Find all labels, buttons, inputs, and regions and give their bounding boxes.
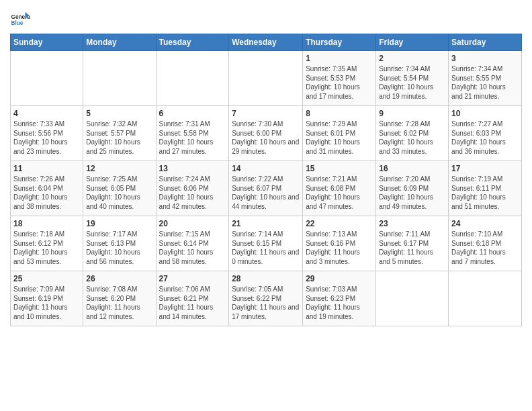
day-info: Sunrise: 7:20 AM Sunset: 6:09 PM Dayligh…: [379, 175, 445, 211]
day-info: Sunrise: 7:06 AM Sunset: 6:21 PM Dayligh…: [159, 285, 226, 321]
calendar-cell: [449, 271, 522, 326]
header: General Blue: [10, 7, 522, 30]
week-row-3: 18Sunrise: 7:18 AM Sunset: 6:12 PM Dayli…: [11, 216, 522, 271]
calendar-cell: [11, 51, 83, 106]
day-info: Sunrise: 7:15 AM Sunset: 6:14 PM Dayligh…: [159, 230, 226, 266]
day-number: 23: [379, 219, 445, 228]
calendar-cell: 28Sunrise: 7:05 AM Sunset: 6:22 PM Dayli…: [229, 271, 303, 326]
day-info: Sunrise: 7:10 AM Sunset: 6:18 PM Dayligh…: [451, 230, 519, 266]
weekday-header-tuesday: Tuesday: [156, 34, 229, 51]
day-number: 11: [13, 164, 80, 173]
calendar-table: SundayMondayTuesdayWednesdayThursdayFrid…: [10, 34, 522, 326]
weekday-header-saturday: Saturday: [449, 34, 522, 51]
day-number: 8: [306, 109, 373, 118]
calendar-cell: [376, 271, 449, 326]
day-number: 13: [159, 164, 226, 173]
day-info: Sunrise: 7:05 AM Sunset: 6:22 PM Dayligh…: [232, 285, 300, 321]
day-number: 7: [232, 109, 300, 118]
calendar-cell: 6Sunrise: 7:31 AM Sunset: 5:58 PM Daylig…: [156, 106, 229, 161]
day-info: Sunrise: 7:21 AM Sunset: 6:08 PM Dayligh…: [306, 175, 373, 211]
day-number: 17: [451, 164, 519, 173]
calendar-cell: 7Sunrise: 7:30 AM Sunset: 6:00 PM Daylig…: [229, 106, 303, 161]
day-info: Sunrise: 7:03 AM Sunset: 6:23 PM Dayligh…: [306, 285, 373, 321]
weekday-header-thursday: Thursday: [303, 34, 376, 51]
day-number: 18: [13, 219, 80, 228]
weekday-header-row: SundayMondayTuesdayWednesdayThursdayFrid…: [11, 34, 522, 51]
day-info: Sunrise: 7:09 AM Sunset: 6:19 PM Dayligh…: [13, 285, 80, 321]
calendar-cell: 2Sunrise: 7:34 AM Sunset: 5:54 PM Daylig…: [376, 51, 449, 106]
weekday-header-wednesday: Wednesday: [229, 34, 303, 51]
day-info: Sunrise: 7:34 AM Sunset: 5:54 PM Dayligh…: [379, 64, 445, 101]
logo-icon: General Blue: [10, 9, 30, 30]
day-info: Sunrise: 7:33 AM Sunset: 5:56 PM Dayligh…: [13, 120, 80, 156]
calendar-cell: 4Sunrise: 7:33 AM Sunset: 5:56 PM Daylig…: [11, 106, 83, 161]
day-number: 28: [232, 274, 300, 283]
calendar-cell: 1Sunrise: 7:35 AM Sunset: 5:53 PM Daylig…: [303, 51, 376, 106]
day-info: Sunrise: 7:11 AM Sunset: 6:17 PM Dayligh…: [379, 230, 445, 266]
day-info: Sunrise: 7:19 AM Sunset: 6:11 PM Dayligh…: [451, 175, 519, 211]
day-number: 6: [159, 109, 226, 118]
calendar-cell: 3Sunrise: 7:34 AM Sunset: 5:55 PM Daylig…: [449, 51, 522, 106]
calendar-cell: 25Sunrise: 7:09 AM Sunset: 6:19 PM Dayli…: [11, 271, 83, 326]
day-info: Sunrise: 7:35 AM Sunset: 5:53 PM Dayligh…: [306, 64, 373, 101]
calendar-cell: 10Sunrise: 7:27 AM Sunset: 6:03 PM Dayli…: [449, 106, 522, 161]
day-info: Sunrise: 7:22 AM Sunset: 6:07 PM Dayligh…: [232, 175, 300, 211]
day-number: 10: [451, 109, 519, 118]
calendar-body: 1Sunrise: 7:35 AM Sunset: 5:53 PM Daylig…: [11, 51, 522, 326]
day-info: Sunrise: 7:31 AM Sunset: 5:58 PM Dayligh…: [159, 120, 226, 156]
day-info: Sunrise: 7:28 AM Sunset: 6:02 PM Dayligh…: [379, 120, 445, 156]
day-number: 9: [379, 109, 445, 118]
day-number: 16: [379, 164, 445, 173]
calendar-cell: 27Sunrise: 7:06 AM Sunset: 6:21 PM Dayli…: [156, 271, 229, 326]
calendar-cell: 29Sunrise: 7:03 AM Sunset: 6:23 PM Dayli…: [303, 271, 376, 326]
page-container: General Blue SundayMondayTuesdayWednesda…: [0, 0, 532, 333]
day-info: Sunrise: 7:24 AM Sunset: 6:06 PM Dayligh…: [159, 175, 226, 211]
day-number: 5: [86, 109, 152, 118]
day-number: 2: [379, 54, 445, 63]
calendar-cell: 19Sunrise: 7:17 AM Sunset: 6:13 PM Dayli…: [83, 216, 156, 271]
calendar-cell: [83, 51, 156, 106]
day-number: 14: [232, 164, 300, 173]
weekday-header-monday: Monday: [83, 34, 156, 51]
calendar-cell: 13Sunrise: 7:24 AM Sunset: 6:06 PM Dayli…: [156, 161, 229, 216]
day-info: Sunrise: 7:18 AM Sunset: 6:12 PM Dayligh…: [13, 230, 80, 266]
day-number: 15: [306, 164, 373, 173]
day-number: 19: [86, 219, 152, 228]
week-row-4: 25Sunrise: 7:09 AM Sunset: 6:19 PM Dayli…: [11, 271, 522, 326]
day-info: Sunrise: 7:26 AM Sunset: 6:04 PM Dayligh…: [13, 175, 80, 211]
calendar-cell: 16Sunrise: 7:20 AM Sunset: 6:09 PM Dayli…: [376, 161, 449, 216]
calendar-cell: [229, 51, 303, 106]
calendar-cell: 23Sunrise: 7:11 AM Sunset: 6:17 PM Dayli…: [376, 216, 449, 271]
calendar-cell: 18Sunrise: 7:18 AM Sunset: 6:12 PM Dayli…: [11, 216, 83, 271]
day-number: 27: [159, 274, 226, 283]
calendar-cell: 24Sunrise: 7:10 AM Sunset: 6:18 PM Dayli…: [449, 216, 522, 271]
calendar-cell: 15Sunrise: 7:21 AM Sunset: 6:08 PM Dayli…: [303, 161, 376, 216]
weekday-header-friday: Friday: [376, 34, 449, 51]
week-row-0: 1Sunrise: 7:35 AM Sunset: 5:53 PM Daylig…: [11, 51, 522, 106]
day-number: 1: [306, 54, 373, 63]
day-number: 21: [232, 219, 300, 228]
calendar-cell: 11Sunrise: 7:26 AM Sunset: 6:04 PM Dayli…: [11, 161, 83, 216]
day-number: 20: [159, 219, 226, 228]
calendar-cell: 12Sunrise: 7:25 AM Sunset: 6:05 PM Dayli…: [83, 161, 156, 216]
day-number: 26: [86, 274, 152, 283]
day-info: Sunrise: 7:14 AM Sunset: 6:15 PM Dayligh…: [232, 230, 300, 266]
week-row-2: 11Sunrise: 7:26 AM Sunset: 6:04 PM Dayli…: [11, 161, 522, 216]
day-info: Sunrise: 7:32 AM Sunset: 5:57 PM Dayligh…: [86, 120, 152, 156]
day-number: 22: [306, 219, 373, 228]
day-info: Sunrise: 7:27 AM Sunset: 6:03 PM Dayligh…: [451, 120, 519, 156]
calendar-cell: 20Sunrise: 7:15 AM Sunset: 6:14 PM Dayli…: [156, 216, 229, 271]
day-number: 25: [13, 274, 80, 283]
day-info: Sunrise: 7:29 AM Sunset: 6:01 PM Dayligh…: [306, 120, 373, 156]
week-row-1: 4Sunrise: 7:33 AM Sunset: 5:56 PM Daylig…: [11, 106, 522, 161]
day-info: Sunrise: 7:30 AM Sunset: 6:00 PM Dayligh…: [232, 120, 300, 156]
weekday-header-sunday: Sunday: [11, 34, 83, 51]
calendar-cell: 5Sunrise: 7:32 AM Sunset: 5:57 PM Daylig…: [83, 106, 156, 161]
calendar-cell: 14Sunrise: 7:22 AM Sunset: 6:07 PM Dayli…: [229, 161, 303, 216]
calendar-cell: 9Sunrise: 7:28 AM Sunset: 6:02 PM Daylig…: [376, 106, 449, 161]
day-info: Sunrise: 7:25 AM Sunset: 6:05 PM Dayligh…: [86, 175, 152, 211]
calendar-cell: 26Sunrise: 7:08 AM Sunset: 6:20 PM Dayli…: [83, 271, 156, 326]
day-number: 29: [306, 274, 373, 283]
day-number: 24: [451, 219, 519, 228]
day-info: Sunrise: 7:17 AM Sunset: 6:13 PM Dayligh…: [86, 230, 152, 266]
